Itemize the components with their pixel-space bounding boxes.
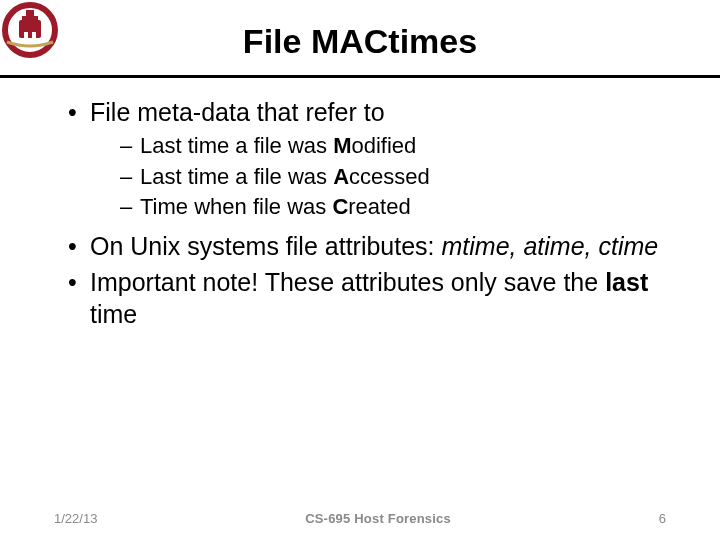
bold-letter: A [333, 164, 349, 189]
slide-footer: 1/22/13 CS-695 Host Forensics 6 [0, 511, 720, 526]
bold-text: last [605, 268, 648, 296]
footer-course: CS-695 Host Forensics [305, 511, 451, 526]
italic-text: mtime, atime, ctime [442, 232, 659, 260]
sub-bullet-modified: Last time a file was Modified [120, 132, 672, 161]
bullet-item-2: On Unix systems file attributes: mtime, … [68, 230, 672, 262]
bullet-text: File meta-data that refer to [90, 98, 385, 126]
bold-letter: C [332, 194, 348, 219]
svg-rect-4 [24, 32, 28, 38]
bullet-list: File meta-data that refer to Last time a… [48, 96, 672, 330]
text-fragment: time [90, 300, 137, 328]
svg-rect-5 [32, 32, 36, 38]
sub-bullet-created: Time when file was Created [120, 193, 672, 222]
text-fragment: ccessed [349, 164, 430, 189]
text-fragment: Last time a file was [140, 133, 333, 158]
text-fragment: Time when file was [140, 194, 332, 219]
svg-rect-3 [26, 10, 34, 17]
text-fragment: Last time a file was [140, 164, 333, 189]
text-fragment: odified [352, 133, 417, 158]
sub-bullet-accessed: Last time a file was Accessed [120, 163, 672, 192]
text-fragment: Important note! These attributes only sa… [90, 268, 605, 296]
sub-bullet-list: Last time a file was Modified Last time … [90, 132, 672, 222]
bullet-item-3: Important note! These attributes only sa… [68, 266, 672, 330]
bullet-item-1: File meta-data that refer to Last time a… [68, 96, 672, 222]
svg-rect-1 [19, 20, 41, 38]
bold-letter: M [333, 133, 351, 158]
slide: File MACtimes File meta-data that refer … [0, 0, 720, 540]
institution-logo [2, 2, 58, 58]
slide-title: File MACtimes [0, 0, 720, 75]
slide-body: File meta-data that refer to Last time a… [0, 78, 720, 330]
footer-page-number: 6 [659, 511, 666, 526]
footer-date: 1/22/13 [54, 511, 97, 526]
text-fragment: On Unix systems file attributes: [90, 232, 442, 260]
text-fragment: reated [348, 194, 410, 219]
